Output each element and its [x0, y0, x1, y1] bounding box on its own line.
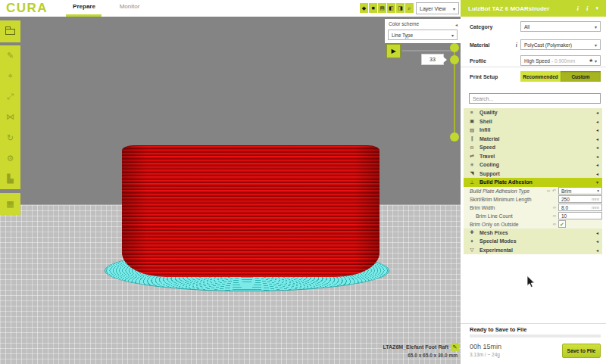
- view-front-icon[interactable]: ■: [369, 3, 377, 13]
- save-to-file-button[interactable]: Save to File: [562, 344, 601, 358]
- chevron-collapsed-icon: ◂: [596, 127, 598, 132]
- tool-permodel-icon[interactable]: ⚙: [0, 148, 20, 169]
- special-modes-icon: ✦: [468, 239, 476, 244]
- chevron-collapsed-icon: ◂: [596, 119, 598, 124]
- color-scheme-panel: Color scheme ◂ Line Type ▾: [385, 19, 461, 43]
- pencil-icon: ✎: [453, 344, 458, 350]
- view-zoom-icon[interactable]: ⌕: [405, 3, 414, 13]
- category-row-label: Support: [479, 171, 500, 176]
- chevron-collapsed-icon: ◂: [596, 110, 598, 115]
- view-left-icon[interactable]: ◧: [387, 3, 395, 13]
- color-scheme-value: Line Type: [392, 33, 413, 38]
- print-setup-toggle: Recommended Custom: [520, 71, 601, 82]
- chevron-down-icon: ▾: [595, 58, 597, 64]
- brim-width-field[interactable]: 8.0 mm: [558, 204, 602, 211]
- link-icon[interactable]: ∞: [553, 205, 556, 210]
- settings-category-row[interactable]: ▣ Shell ◂: [464, 117, 602, 126]
- progress-bar: [470, 334, 601, 338]
- brim-line-count-field[interactable]: 10: [558, 212, 602, 219]
- material-dropdown[interactable]: PolyCast (Polymaker) ▾: [520, 39, 601, 50]
- material-label: Material: [470, 42, 489, 48]
- collapse-icon[interactable]: ◂: [455, 22, 458, 27]
- settings-category-row[interactable]: ∥ Material ◂: [464, 135, 602, 144]
- brim-only-outside-checkbox[interactable]: ✔: [558, 220, 566, 228]
- status-text: Ready to Save to File: [470, 326, 526, 333]
- recommended-button[interactable]: Recommended: [520, 71, 561, 82]
- field-value: 8.0: [561, 205, 568, 210]
- tool-move-icon[interactable]: ⌖: [0, 66, 20, 86]
- support-blocker-button[interactable]: ▦: [0, 193, 20, 215]
- settings-category-row[interactable]: ⇄ Travel ◂: [464, 152, 602, 161]
- settings-category-row[interactable]: ✳ Cooling ◂: [464, 160, 602, 170]
- layer-slider-bottom-handle[interactable]: [450, 132, 459, 142]
- chevron-collapsed-icon: ◂: [596, 145, 598, 150]
- tool-edit-icon[interactable]: ✎: [0, 45, 20, 66]
- info-icon[interactable]: i: [516, 42, 517, 48]
- settings-category-row[interactable]: ≡ Quality ◂: [464, 108, 602, 117]
- tool-blocks-icon[interactable]: ▙: [0, 169, 20, 189]
- view-top-icon[interactable]: ▤: [378, 3, 386, 13]
- settings-panel: Category All ▾ Material i PolyCast (Poly…: [461, 17, 606, 364]
- view-3d-icon[interactable]: ◆: [360, 3, 368, 13]
- category-row-label: Experimental: [479, 247, 513, 253]
- view-right-icon[interactable]: ◨: [396, 3, 405, 13]
- support-icon: ◥: [468, 171, 476, 176]
- chevron-down-icon: ▾: [597, 188, 599, 193]
- viewport-3d[interactable]: ✎ ⌖ ⤢ ⋈ ↻ ⚙ ▙ ▦: [0, 17, 461, 364]
- profile-label: Profile: [470, 58, 486, 64]
- tool-mirror-icon[interactable]: ⋈: [0, 107, 20, 127]
- tab-monitor[interactable]: Monitor: [111, 3, 148, 10]
- setting-label: Brim Line Count: [470, 213, 513, 219]
- model-3d[interactable]: [122, 145, 380, 277]
- profile-dropdown[interactable]: High Speed - 0.900mm ★ ▾: [520, 55, 601, 66]
- settings-list: ≡ Quality ◂ ▣ Shell ◂ ▨ Infill ◂ ∥: [464, 108, 602, 254]
- chevron-collapsed-icon: ◂: [596, 162, 598, 167]
- category-row-label: Material: [479, 136, 499, 142]
- setting-label: Build Plate Adhesion Type: [470, 188, 529, 194]
- search-input[interactable]: [469, 93, 601, 104]
- info-icon[interactable]: i: [576, 5, 579, 12]
- revert-icon[interactable]: ↶: [552, 188, 556, 193]
- layer-slider-current-handle[interactable]: [450, 55, 459, 64]
- simulation-play-button[interactable]: ▶: [386, 44, 401, 58]
- color-scheme-dropdown[interactable]: Line Type ▾: [388, 30, 458, 40]
- simulation-track[interactable]: [402, 50, 451, 51]
- adhesion-type-dropdown[interactable]: Brim ▾: [558, 187, 602, 194]
- category-row-label: Infill: [479, 127, 490, 132]
- view-mode-value: Layer View: [420, 6, 446, 11]
- print-setup-label: Print Setup: [470, 74, 498, 79]
- model-name: LTAZ6M_Elefant Foot Raft: [383, 344, 448, 350]
- tab-prepare[interactable]: Prepare: [66, 3, 102, 10]
- star-icon[interactable]: ★: [589, 58, 593, 64]
- field-value: 10: [561, 213, 567, 219]
- tool-rotate-icon[interactable]: ↻: [0, 128, 20, 148]
- link-icon[interactable]: ∞: [553, 222, 556, 226]
- infill-icon: ▨: [468, 128, 476, 133]
- machine-header[interactable]: LulzBot TAZ 6 MOARstruder i i ▾: [461, 0, 606, 17]
- profile-value: High Speed: [524, 58, 550, 64]
- quality-icon: ≡: [468, 110, 476, 116]
- custom-button[interactable]: Custom: [561, 71, 601, 82]
- settings-category-row[interactable]: ▨ Infill ◂: [464, 126, 602, 135]
- settings-category-row[interactable]: ✚ Mesh Fixes ◂: [464, 229, 602, 238]
- skirt-min-length-field[interactable]: 250 mm: [558, 195, 602, 203]
- info-icon[interactable]: i: [586, 5, 589, 12]
- link-icon[interactable]: ∞: [553, 213, 556, 218]
- layer-slider-top-handle[interactable]: [450, 43, 459, 52]
- category-dropdown[interactable]: All ▾: [520, 21, 601, 32]
- settings-category-row[interactable]: ◥ Support ◂: [464, 170, 602, 179]
- setting-row-adhesion-type: Build Plate Adhesion Type ∞ ↶ Brim ▾: [464, 187, 602, 195]
- experimental-icon: ▽: [468, 247, 476, 253]
- settings-category-row[interactable]: ▽ Experimental ◂: [464, 246, 602, 255]
- rename-model-button[interactable]: ✎: [451, 343, 459, 351]
- settings-category-row-adhesion[interactable]: ⊥ Build Plate Adhesion ▾: [464, 178, 602, 187]
- setting-row-brim-width: Brim Width ∞ 8.0 mm: [464, 204, 602, 212]
- settings-category-row[interactable]: ✦ Special Modes ◂: [464, 237, 602, 246]
- chevron-down-icon: ▾: [453, 6, 455, 11]
- tool-scale-icon[interactable]: ⤢: [0, 86, 20, 107]
- category-row-label: Quality: [479, 110, 498, 115]
- view-mode-dropdown[interactable]: Layer View ▾: [416, 2, 459, 14]
- open-file-button[interactable]: [0, 20, 20, 42]
- settings-category-row[interactable]: ⊙ Speed ◂: [464, 143, 602, 152]
- link-icon[interactable]: ∞: [547, 188, 550, 193]
